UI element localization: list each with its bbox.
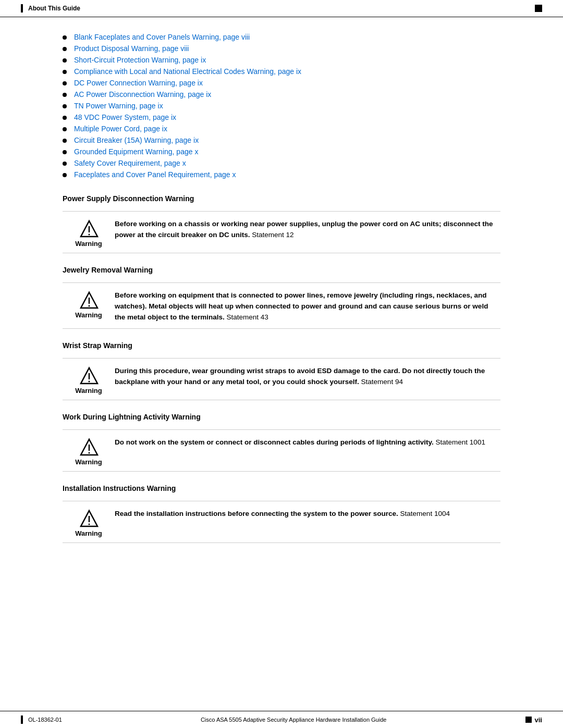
svg-point-5 [89,305,90,307]
svg-point-8 [89,380,90,382]
warning-triangle-icon [79,219,99,239]
list-item: Blank Faceplates and Cover Panels Warnin… [63,33,500,41]
list-item: Grounded Equipment Warning, page x [63,147,500,156]
bullet-dot-icon [63,58,67,63]
bullet-dot-icon [63,173,67,177]
bullet-dot-icon [63,150,67,154]
list-item: DC Power Connection Warning, page ix [63,79,500,87]
warning-block-wrist-strap: WarningDuring this procedure, wear groun… [63,358,500,400]
warning-text-wrist-strap: During this procedure, wear grounding wr… [115,364,500,388]
warning-text-lightning: Do not work on the system or connect or … [115,435,500,448]
section-heading-lightning: Work During Lightning Activity Warning [63,413,500,421]
section-heading-power-supply: Power Supply Disconnection Warning [63,194,500,203]
warning-triangle-icon [79,290,99,310]
section-wrist-strap: Wrist Strap WarningWarningDuring this pr… [63,341,500,400]
header-black-square [535,5,542,12]
section-lightning: Work During Lightning Activity WarningWa… [63,413,500,472]
bullet-link[interactable]: DC Power Connection Warning, page ix [74,79,203,87]
list-item: Faceplates and Cover Panel Requirement, … [63,170,500,179]
header-left-bar [21,4,23,13]
warning-text-jewelry-removal: Before working on equipment that is conn… [115,288,500,323]
warning-triangle-icon [79,509,99,528]
warning-triangle-icon [79,366,99,386]
bullet-link[interactable]: TN Power Warning, page ix [74,102,163,110]
bullet-link[interactable]: Circuit Breaker (15A) Warning, page ix [74,136,199,144]
section-heading-installation: Installation Instructions Warning [63,484,500,492]
bullet-link[interactable]: 48 VDC Power System, page ix [74,113,176,121]
warning-block-lightning: WarningDo not work on the system or conn… [63,429,500,472]
warning-left-wrist-strap: Warning [63,364,115,394]
warning-label-lightning: Warning [75,458,102,466]
list-item: 48 VDC Power System, page ix [63,113,500,121]
section-heading-wrist-strap: Wrist Strap Warning [63,341,500,350]
list-item: Short-Circuit Protection Warning, page i… [63,56,500,64]
warning-text-installation: Read the installation instructions befor… [115,507,500,520]
header-title: About This Guide [28,5,80,12]
bullet-link[interactable]: Faceplates and Cover Panel Requirement, … [74,170,236,179]
page-header: About This Guide [0,0,563,17]
bullet-link[interactable]: Safety Cover Requirement, page x [74,159,186,167]
footer-black-square [525,717,532,723]
list-item: Product Disposal Warning, page viii [63,44,500,53]
bullet-dot-icon [63,116,67,120]
footer-page-number: vii [535,716,542,724]
list-item: Compliance with Local and National Elect… [63,67,500,76]
section-heading-jewelry-removal: Jewelry Removal Warning [63,266,500,274]
footer-left-text: OL-18362-01 [28,717,62,723]
bullet-list: Blank Faceplates and Cover Panels Warnin… [63,33,500,179]
bullet-dot-icon [63,47,67,51]
warning-block-jewelry-removal: WarningBefore working on equipment that … [63,282,500,329]
list-item: Safety Cover Requirement, page x [63,159,500,167]
warning-text-power-supply: Before working on a chassis or working n… [115,217,500,241]
bullet-link[interactable]: Grounded Equipment Warning, page x [74,147,198,156]
bullet-link[interactable]: AC Power Disconnection Warning, page ix [74,90,211,98]
bullet-link[interactable]: Blank Faceplates and Cover Panels Warnin… [74,33,250,41]
bullet-dot-icon [63,104,67,108]
warning-triangle-icon [79,437,99,457]
warning-block-power-supply: WarningBefore working on a chassis or wo… [63,211,500,253]
bullet-link[interactable]: Short-Circuit Protection Warning, page i… [74,56,206,64]
bullet-dot-icon [63,127,67,131]
bullet-dot-icon [63,162,67,166]
bullet-link[interactable]: Product Disposal Warning, page viii [74,44,189,53]
footer-left-bar [21,715,23,724]
svg-point-11 [89,452,90,453]
bullet-dot-icon [63,70,67,74]
list-item: Circuit Breaker (15A) Warning, page ix [63,136,500,144]
warning-label-wrist-strap: Warning [75,387,102,394]
warning-left-power-supply: Warning [63,217,115,248]
warning-label-power-supply: Warning [75,240,102,248]
list-item: Multiple Power Cord, page ix [63,125,500,133]
bullet-link[interactable]: Compliance with Local and National Elect… [74,67,301,76]
warning-left-jewelry-removal: Warning [63,288,115,319]
section-jewelry-removal: Jewelry Removal WarningWarningBefore wor… [63,266,500,329]
page-footer: OL-18362-01 Cisco ASA 5505 Adaptive Secu… [0,711,563,728]
bullet-dot-icon [63,35,67,40]
section-installation: Installation Instructions WarningWarning… [63,484,500,543]
main-content: Blank Faceplates and Cover Panels Warnin… [0,17,563,576]
warning-left-installation: Warning [63,507,115,537]
list-item: AC Power Disconnection Warning, page ix [63,90,500,98]
sections-container: Power Supply Disconnection WarningWarnin… [63,194,500,543]
bullet-dot-icon [63,139,67,143]
footer-center-text: Cisco ASA 5505 Adaptive Security Applian… [62,717,525,723]
section-power-supply: Power Supply Disconnection WarningWarnin… [63,194,500,253]
svg-point-2 [89,234,90,236]
bullet-dot-icon [63,81,67,85]
bullet-link[interactable]: Multiple Power Cord, page ix [74,125,167,133]
bullet-dot-icon [63,93,67,97]
warning-block-installation: WarningRead the installation instruction… [63,501,500,543]
warning-label-installation: Warning [75,529,102,537]
warning-label-jewelry-removal: Warning [75,311,102,319]
warning-left-lightning: Warning [63,435,115,466]
svg-point-14 [89,523,90,525]
list-item: TN Power Warning, page ix [63,102,500,110]
footer-right: vii [525,716,542,724]
